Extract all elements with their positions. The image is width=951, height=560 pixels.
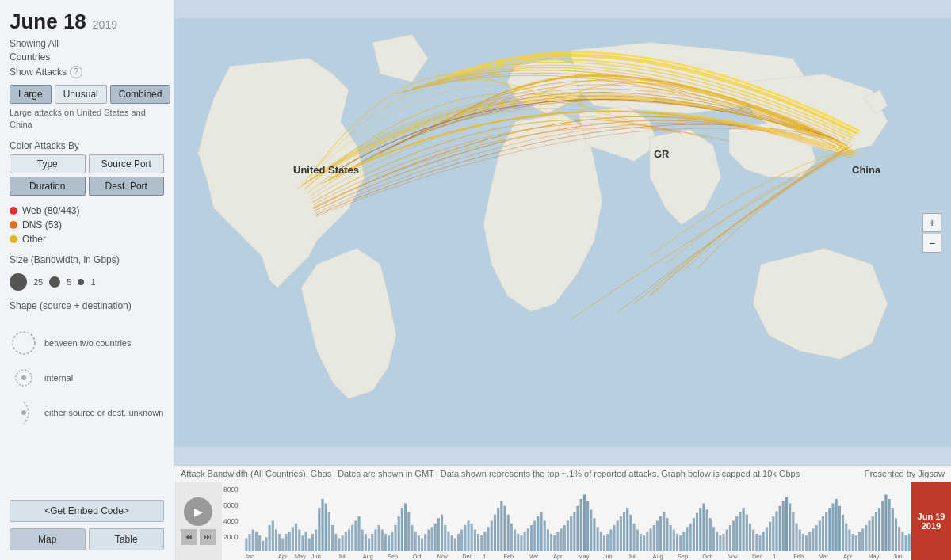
size-5-circle xyxy=(49,276,60,288)
svg-rect-192 xyxy=(852,534,854,551)
svg-rect-202 xyxy=(884,495,887,552)
svg-rect-53 xyxy=(391,532,393,551)
svg-rect-187 xyxy=(835,499,838,551)
svg-rect-207 xyxy=(901,532,903,551)
svg-rect-164 xyxy=(758,535,761,551)
svg-rect-94 xyxy=(527,528,529,551)
svg-rect-127 xyxy=(636,530,639,552)
svg-rect-14 xyxy=(262,541,264,551)
svg-rect-132 xyxy=(653,525,655,551)
svg-rect-206 xyxy=(898,527,900,551)
svg-rect-10 xyxy=(248,534,250,551)
dns-dot xyxy=(10,221,17,229)
svg-rect-44 xyxy=(361,530,364,552)
svg-rect-158 xyxy=(739,512,741,552)
svg-text:Mar: Mar xyxy=(819,553,829,560)
svg-rect-78 xyxy=(474,530,476,552)
svg-rect-122 xyxy=(620,516,622,551)
svg-rect-173 xyxy=(789,504,791,552)
svg-rect-47 xyxy=(371,534,373,551)
attack-type-buttons: Large Unusual Combined xyxy=(10,85,164,104)
svg-rect-188 xyxy=(838,506,841,551)
timeline-chart-area: ▶ ⏮ ⏭ 8000 6000 4000 2000 xyxy=(174,482,951,560)
svg-rect-22 xyxy=(288,532,291,551)
help-icon[interactable]: ? xyxy=(70,66,82,78)
svg-rect-92 xyxy=(520,535,522,551)
circle-shape-icon xyxy=(10,364,38,392)
svg-rect-120 xyxy=(613,525,615,551)
type-button[interactable]: Type xyxy=(10,154,86,173)
svg-rect-116 xyxy=(600,532,602,551)
arc-shape-icon xyxy=(10,329,38,357)
svg-rect-105 xyxy=(563,525,566,551)
svg-text:May: May xyxy=(579,553,590,560)
svg-rect-63 xyxy=(424,534,426,551)
skip-forward-button[interactable]: ⏭ xyxy=(200,529,216,545)
shape-legend: between two countries internal xyxy=(10,322,164,427)
svg-rect-31 xyxy=(318,508,320,551)
zoom-controls: + − xyxy=(922,213,941,253)
svg-rect-150 xyxy=(712,527,715,551)
svg-rect-145 xyxy=(696,513,698,551)
svg-rect-144 xyxy=(693,518,695,551)
map-tab[interactable]: Map xyxy=(10,528,86,550)
svg-rect-191 xyxy=(848,530,850,552)
unusual-button[interactable]: Unusual xyxy=(55,85,107,104)
svg-rect-189 xyxy=(842,515,844,551)
play-button[interactable]: ▶ xyxy=(184,497,212,526)
skip-back-button[interactable]: ⏮ xyxy=(181,529,197,545)
table-tab[interactable]: Table xyxy=(89,528,165,550)
combined-button[interactable]: Combined xyxy=(110,85,171,104)
zoom-out-button[interactable]: − xyxy=(922,234,941,253)
svg-text:4000: 4000 xyxy=(223,517,239,525)
svg-rect-75 xyxy=(464,525,466,551)
shape-two-countries-label: between two countries xyxy=(44,337,131,349)
svg-rect-108 xyxy=(573,512,575,552)
svg-rect-33 xyxy=(325,504,327,552)
timeline-chart[interactable]: 8000 6000 4000 2000 xyxy=(222,482,951,560)
svg-text:Sep: Sep xyxy=(388,553,398,560)
size-label: Size (Bandwidth, in Gbps) xyxy=(10,254,164,265)
dest-port-button[interactable]: Dest. Port xyxy=(89,177,165,196)
svg-point-2 xyxy=(21,375,26,380)
svg-rect-134 xyxy=(659,516,662,551)
svg-rect-209 xyxy=(908,534,911,551)
svg-rect-56 xyxy=(401,508,403,551)
svg-rect-81 xyxy=(483,532,486,551)
svg-rect-117 xyxy=(603,535,605,551)
svg-rect-62 xyxy=(421,539,423,552)
svg-rect-163 xyxy=(755,534,758,551)
svg-rect-138 xyxy=(673,530,675,552)
svg-point-3 xyxy=(21,410,26,415)
svg-text:Oct: Oct xyxy=(702,553,712,560)
svg-rect-74 xyxy=(460,530,463,552)
svg-rect-73 xyxy=(457,534,460,551)
svg-rect-103 xyxy=(556,532,559,551)
source-port-button[interactable]: Source Port xyxy=(89,154,165,173)
zoom-in-button[interactable]: + xyxy=(922,213,941,232)
svg-rect-72 xyxy=(454,539,456,552)
svg-rect-114 xyxy=(593,518,595,551)
svg-rect-136 xyxy=(666,518,668,551)
other-dot xyxy=(10,235,17,243)
sidebar: June 18 2019 Showing All Countries Show … xyxy=(0,0,174,560)
svg-text:Jun: Jun xyxy=(603,553,613,560)
svg-rect-200 xyxy=(878,508,880,551)
map-container[interactable]: United States GR China + − xyxy=(174,0,951,465)
attack-desc: Large attacks on United States and China xyxy=(10,107,164,131)
color-buttons: Type Source Port Duration Dest. Port xyxy=(10,154,164,196)
svg-rect-106 xyxy=(567,521,569,552)
svg-rect-37 xyxy=(338,539,340,552)
svg-rect-82 xyxy=(487,527,490,551)
svg-rect-195 xyxy=(861,528,864,551)
svg-rect-182 xyxy=(819,521,821,552)
svg-rect-146 xyxy=(699,508,701,551)
large-button[interactable]: Large xyxy=(10,85,52,104)
embed-code-button[interactable]: <Get Embed Code> xyxy=(10,500,164,522)
svg-rect-161 xyxy=(749,524,751,551)
duration-button[interactable]: Duration xyxy=(10,177,86,196)
svg-rect-36 xyxy=(334,534,337,551)
svg-rect-168 xyxy=(772,516,774,551)
year-text: 2019 xyxy=(93,18,117,31)
svg-rect-55 xyxy=(398,516,400,551)
